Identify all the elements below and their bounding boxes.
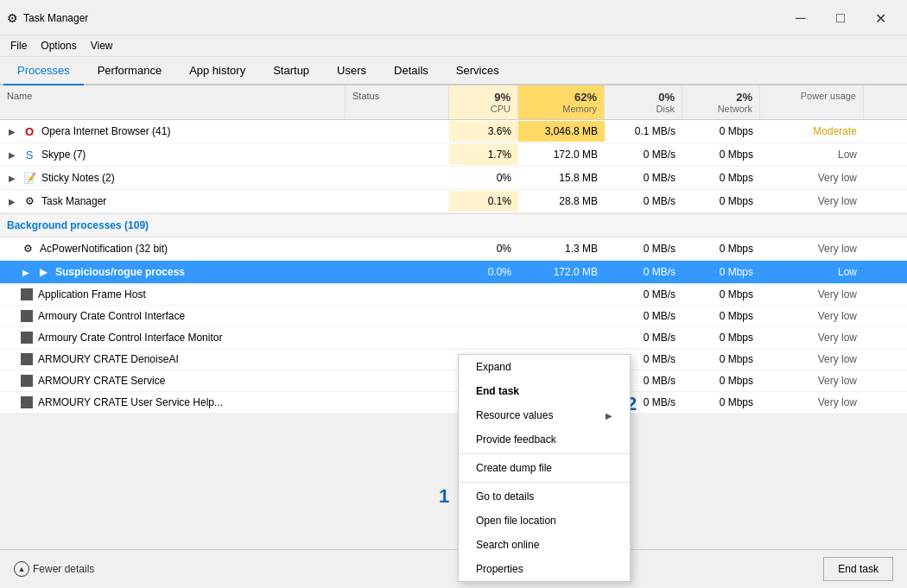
context-properties[interactable]: Properties (459, 557, 630, 581)
stickynotes-power: Very low (760, 168, 864, 188)
table-row[interactable]: Application Frame Host 0 MB/s 0 Mbps Ver… (0, 284, 907, 306)
col-memory[interactable]: 62% Memory (518, 85, 605, 119)
close-button[interactable]: ✕ (860, 5, 900, 31)
col-cpu[interactable]: 9% CPU (449, 85, 518, 119)
table-row[interactable]: ARMOURY CRATE Service 0 MB/s 0 Mbps Very… (0, 370, 907, 392)
table-row[interactable]: ▶ ⚙ Task Manager 0.1% 28.8 MB 0 MB/s 0 M… (0, 190, 907, 213)
acpower-disk: 0 MB/s (605, 238, 682, 259)
col-name[interactable]: Name (0, 85, 346, 119)
armuserhelp-power: Very low (760, 392, 864, 413)
tab-performance[interactable]: Performance (84, 57, 175, 85)
bg-processes-header: Background processes (109) (0, 213, 907, 237)
appframe-power: Very low (760, 284, 864, 305)
table-body[interactable]: ▶ O Opera Internet Browser (41) 3.6% 3,0… (0, 120, 907, 414)
context-go-details[interactable]: Go to details (459, 484, 630, 509)
table-row[interactable]: ARMOURY CRATE DenoiseAI 0 MB/s 0 Mbps Ve… (0, 349, 907, 370)
tab-app-history[interactable]: App history (175, 57, 259, 85)
armuserhelp-network: 0 Mbps (682, 392, 760, 413)
table-row[interactable]: Armoury Crate Control Interface Monitor … (0, 327, 907, 349)
menu-view[interactable]: View (84, 37, 120, 54)
context-divider2 (459, 482, 630, 483)
context-create-dump[interactable]: Create dump file (459, 456, 630, 480)
skype-icon: S (22, 148, 36, 161)
acpower-icon: ⚙ (21, 242, 35, 256)
table-row[interactable]: ▶ 📝 Sticky Notes (2) 0% 15.8 MB 0 MB/s 0… (0, 167, 907, 190)
process-name-armuserhelp: ARMOURY CRATE User Service Help... (0, 392, 346, 413)
suspicious-icon: ▶ (36, 265, 50, 279)
opera-network: 0 Mbps (682, 121, 760, 142)
skype-disk: 0 MB/s (605, 144, 682, 165)
process-name-opera: ▶ O Opera Internet Browser (41) (0, 120, 346, 142)
table-row[interactable]: ▶ O Opera Internet Browser (41) 3.6% 3,0… (0, 120, 907, 143)
armcrate1-icon (21, 310, 33, 322)
denoise-power: Very low (760, 349, 864, 370)
col-network[interactable]: 2% Network (682, 85, 760, 119)
process-name-stickynotes: ▶ 📝 Sticky Notes (2) (0, 167, 346, 189)
tab-startup[interactable]: Startup (259, 57, 323, 85)
taskmanager-icon: ⚙ (22, 194, 36, 208)
table-row[interactable]: ▶ S Skype (7) 1.7% 172.0 MB 0 MB/s 0 Mbp… (0, 143, 907, 167)
opera-disk: 0.1 MB/s (605, 121, 682, 142)
context-open-file[interactable]: Open file location (459, 509, 630, 533)
context-resource-values[interactable]: Resource values ▶ (459, 403, 630, 427)
opera-status (346, 127, 449, 136)
denoise-icon (21, 353, 33, 365)
tab-services[interactable]: Services (442, 57, 513, 85)
col-disk[interactable]: 0% Disk (605, 85, 682, 119)
stickynotes-disk: 0 MB/s (605, 168, 682, 188)
end-task-button[interactable]: End task (823, 557, 893, 581)
stickynotes-cpu: 0% (449, 168, 518, 188)
window-title: Task Manager (23, 12, 88, 24)
menu-bar: File Options View (0, 35, 907, 57)
expand-icon[interactable]: ▶ (7, 196, 17, 206)
table-row[interactable]: ARMOURY CRATE User Service Help... 0 MB/… (0, 392, 907, 414)
suspicious-status (346, 268, 449, 276)
tab-details[interactable]: Details (380, 57, 442, 85)
context-end-task[interactable]: End task (459, 379, 630, 403)
col-power[interactable]: Power usage (760, 85, 864, 119)
process-name-taskmanager: ▶ ⚙ Task Manager (0, 190, 346, 212)
table-row[interactable]: ⚙ AcPowerNotification (32 bit) 0% 1.3 MB… (0, 237, 907, 261)
skype-cpu: 1.7% (449, 144, 518, 165)
suspicious-memory: 172.0 MB (518, 262, 605, 282)
process-name-armcrate2: Armoury Crate Control Interface Monitor (0, 327, 346, 348)
maximize-button[interactable]: □ (821, 5, 860, 31)
menu-file[interactable]: File (3, 37, 34, 54)
context-provide-feedback[interactable]: Provide feedback (459, 427, 630, 452)
col-status[interactable]: Status (346, 85, 449, 119)
process-name-suspicious: ▶ ▶ Suspicious/rogue process (0, 261, 346, 283)
armsvc-icon (21, 375, 33, 387)
expand-icon[interactable]: ▶ (7, 149, 17, 160)
tab-bar: Processes Performance App history Startu… (0, 57, 907, 85)
context-search-online[interactable]: Search online (459, 533, 630, 557)
acpower-power: Very low (760, 238, 864, 259)
fewer-details-btn[interactable]: ▲ Fewer details (14, 561, 94, 577)
tab-users[interactable]: Users (323, 57, 380, 85)
context-expand[interactable]: Expand (459, 355, 630, 379)
acpower-network: 0 Mbps (682, 238, 760, 259)
annotation-number-1: 1 (439, 485, 449, 508)
process-name-armcrate1: Armoury Crate Control Interface (0, 306, 346, 326)
taskmanager-status (346, 197, 449, 205)
armsvc-network: 0 Mbps (682, 370, 760, 391)
expand-icon[interactable]: ▶ (7, 126, 17, 136)
stickynotes-status (346, 174, 449, 182)
process-name-denoise: ARMOURY CRATE DenoiseAI (0, 349, 346, 370)
armsvc-power: Very low (760, 370, 864, 391)
skype-power: Low (760, 144, 864, 165)
opera-icon: O (22, 124, 36, 138)
app-icon: ⚙ (7, 11, 18, 25)
taskmanager-cpu: 0.1% (449, 191, 518, 212)
skype-status (346, 150, 449, 159)
table-row-suspicious[interactable]: ▶ ▶ Suspicious/rogue process 0.0% 172.0 … (0, 261, 907, 284)
minimize-button[interactable]: ─ (781, 5, 821, 31)
stickynotes-memory: 15.8 MB (518, 168, 605, 188)
acpower-status (346, 244, 449, 253)
menu-options[interactable]: Options (34, 37, 83, 54)
suspicious-cpu: 0.0% (449, 262, 518, 282)
suspicious-power: Low (760, 262, 864, 282)
expand-icon[interactable]: ▶ (21, 267, 31, 277)
tab-processes[interactable]: Processes (3, 57, 84, 85)
expand-icon[interactable]: ▶ (7, 173, 17, 183)
table-row[interactable]: Armoury Crate Control Interface 0 MB/s 0… (0, 306, 907, 327)
